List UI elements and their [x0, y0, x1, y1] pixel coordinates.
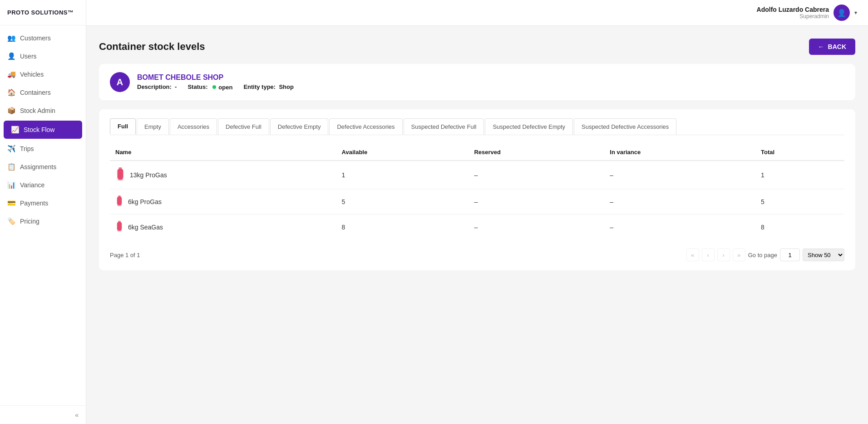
shop-card: A BOMET CHEBOLE SHOP Description: - Stat…: [99, 64, 855, 100]
user-name: Adolfo Luzardo Cabrera: [757, 6, 829, 13]
sidebar-item-assignments[interactable]: 📋Assignments: [0, 158, 86, 176]
row-name-3: 6kg SeaGas: [110, 214, 336, 240]
svg-rect-10: [118, 224, 121, 229]
tab-defective-accessories[interactable]: Defective Accessories: [329, 118, 402, 135]
tab-suspected-defective-accessories[interactable]: Suspected Defective Accessories: [574, 118, 676, 135]
goto-page-section: Go to page: [748, 249, 800, 261]
back-button[interactable]: ← BACK: [809, 39, 855, 55]
tab-defective-full[interactable]: Defective Full: [218, 118, 269, 135]
container-name-3: 6kg SeaGas: [128, 224, 163, 231]
sidebar-item-customers[interactable]: 👥Customers: [0, 29, 86, 47]
table-header-row: NameAvailableReservedIn varianceTotal: [110, 144, 844, 161]
show-per-page-select[interactable]: Show 10 Show 25 Show 50 Show 100: [803, 249, 844, 261]
row-reserved-3: –: [469, 214, 604, 240]
user-role: Superadmin: [757, 13, 829, 19]
first-page-button[interactable]: «: [686, 249, 699, 261]
shop-info: BOMET CHEBOLE SHOP Description: - Status…: [137, 73, 294, 91]
tabs-container: FullEmptyAccessoriesDefective FullDefect…: [110, 118, 844, 135]
tab-suspected-defective-empty[interactable]: Suspected Defective Empty: [485, 118, 573, 135]
next-page-button[interactable]: ›: [717, 249, 730, 261]
tab-suspected-defective-full[interactable]: Suspected Defective Full: [404, 118, 484, 135]
tab-accessories[interactable]: Accessories: [170, 118, 217, 135]
pagination: Page 1 of 1 « ‹ › » Go to page Show 10 S…: [110, 249, 844, 261]
pricing-icon: 🏷️: [7, 217, 15, 225]
sidebar-item-label: Pricing: [20, 218, 39, 225]
sidebar-item-label: Variance: [20, 181, 44, 189]
tab-full[interactable]: Full: [110, 118, 136, 135]
sidebar-item-variance[interactable]: 📊Variance: [0, 176, 86, 194]
users-icon: 👤: [7, 52, 15, 60]
svg-rect-2: [118, 171, 122, 177]
row-reserved-1: –: [469, 161, 604, 189]
table-head: NameAvailableReservedIn varianceTotal: [110, 144, 844, 161]
user-avatar[interactable]: 👤: [833, 5, 850, 21]
topbar: Adolfo Luzardo Cabrera Superadmin 👤 ▾: [86, 0, 868, 26]
variance-icon: 📊: [7, 181, 15, 189]
entity-type-value: Shop: [279, 83, 294, 90]
sidebar-item-trips[interactable]: ✈️Trips: [0, 140, 86, 158]
row-available-3: 8: [336, 214, 469, 240]
assignments-icon: 📋: [7, 163, 15, 171]
last-page-button[interactable]: »: [733, 249, 745, 261]
svg-point-7: [117, 205, 122, 206]
user-info: Adolfo Luzardo Cabrera Superadmin: [757, 6, 829, 19]
containers-icon: 🏠: [7, 88, 15, 97]
sidebar-item-users[interactable]: 👤Users: [0, 47, 86, 65]
container-icon-3: [115, 221, 123, 233]
sidebar-item-label: Stock Flow: [24, 126, 54, 133]
row-in_variance-2: –: [604, 189, 755, 214]
col-header-available: Available: [336, 144, 469, 161]
svg-point-11: [117, 230, 122, 232]
row-total-3: 8: [755, 214, 844, 240]
payments-icon: 💳: [7, 199, 15, 207]
goto-page-label: Go to page: [748, 252, 777, 258]
sidebar-item-label: Trips: [20, 145, 34, 152]
status-dot-icon: [212, 85, 216, 89]
container-icon-1: [115, 167, 125, 182]
sidebar-item-payments[interactable]: 💳Payments: [0, 194, 86, 212]
tab-empty[interactable]: Empty: [137, 118, 169, 135]
row-in_variance-1: –: [604, 161, 755, 189]
row-reserved-2: –: [469, 189, 604, 214]
sidebar-item-label: Stock Admin: [20, 107, 55, 114]
row-total-2: 5: [755, 189, 844, 214]
stock-table: NameAvailableReservedIn varianceTotal 13…: [110, 144, 844, 239]
sidebar: PROTO SOLUTIONS™ 👥Customers👤Users🚚Vehicl…: [0, 0, 86, 424]
shop-name: BOMET CHEBOLE SHOP: [137, 73, 294, 82]
back-button-label: BACK: [828, 43, 846, 50]
trips-icon: ✈️: [7, 145, 15, 153]
row-total-1: 1: [755, 161, 844, 189]
prev-page-button[interactable]: ‹: [702, 249, 715, 261]
content-area: Container stock levels ← BACK A BOMET CH…: [86, 26, 868, 424]
vehicles-icon: 🚚: [7, 70, 15, 78]
shop-description: Description: -: [137, 83, 177, 91]
sidebar-item-vehicles[interactable]: 🚚Vehicles: [0, 65, 86, 83]
sidebar-item-stock-admin[interactable]: 📦Stock Admin: [0, 102, 86, 120]
status-value: open: [218, 84, 232, 91]
row-in_variance-3: –: [604, 214, 755, 240]
back-arrow-icon: ←: [818, 43, 824, 50]
row-name-2: 6kg ProGas: [110, 189, 336, 214]
status-label: Status:: [187, 83, 207, 90]
shop-status: Status: open: [187, 83, 232, 91]
user-menu-chevron[interactable]: ▾: [854, 10, 857, 16]
sidebar-item-pricing[interactable]: 🏷️Pricing: [0, 212, 86, 230]
goto-page-input[interactable]: [780, 249, 800, 261]
stock-admin-icon: 📦: [7, 107, 15, 115]
page-header: Container stock levels ← BACK: [99, 39, 855, 55]
description-value: -: [175, 83, 177, 90]
customers-icon: 👥: [7, 34, 15, 42]
tab-defective-empty[interactable]: Defective Empty: [270, 118, 329, 135]
table-row: 6kg ProGas5––5: [110, 189, 844, 214]
sidebar-item-containers[interactable]: 🏠Containers: [0, 83, 86, 102]
sidebar-item-label: Users: [20, 53, 37, 60]
container-name-2: 6kg ProGas: [128, 198, 162, 205]
sidebar-item-stock-flow[interactable]: 📈Stock Flow: [4, 121, 82, 139]
main-area: Adolfo Luzardo Cabrera Superadmin 👤 ▾ Co…: [86, 0, 868, 424]
container-icon-2: [115, 195, 123, 208]
table-card: FullEmptyAccessoriesDefective FullDefect…: [99, 109, 855, 270]
pagination-controls: « ‹ › » Go to page Show 10 Show 25 Show …: [686, 249, 844, 261]
page-info: Page 1 of 1: [110, 252, 140, 258]
container-name-1: 13kg ProGas: [130, 171, 167, 179]
sidebar-collapse-button[interactable]: «: [75, 411, 79, 419]
